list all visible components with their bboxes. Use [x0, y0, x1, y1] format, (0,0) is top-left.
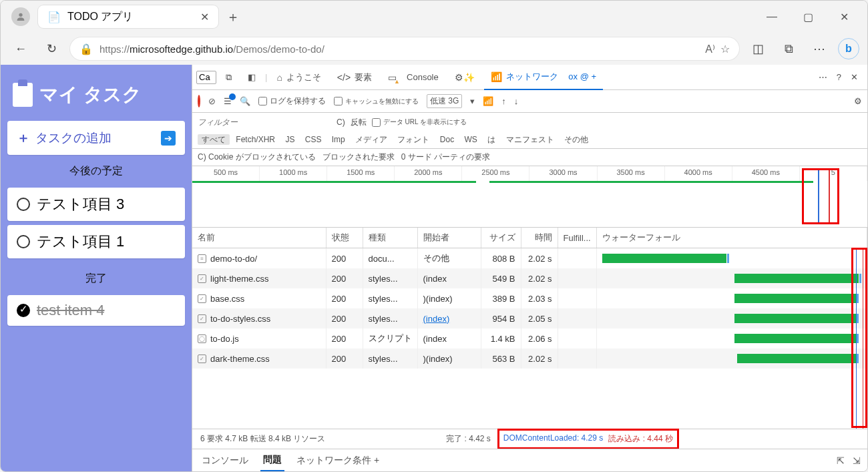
upcoming-label: 今後の予定 [7, 162, 185, 181]
network-table[interactable]: 名前 状態 種類 開始者 サイズ 時間 Fulfill... ウォーターフォール… [192, 228, 867, 429]
profile-avatar[interactable] [11, 7, 30, 26]
request-time: 2.02 s [521, 268, 558, 288]
task-text: テスト項目 3 [37, 194, 124, 214]
tab-welcome[interactable]: ⌂ようこそ [270, 65, 327, 90]
tab-close-icon[interactable]: ✕ [200, 11, 209, 23]
blocked-requests-filter[interactable]: ブロックされた要求 [322, 152, 395, 163]
clear-button[interactable]: ⊘ [208, 96, 216, 106]
drawer-console-tab[interactable]: コンソール [199, 451, 251, 471]
filter-type-pill[interactable]: マニフェスト [502, 134, 558, 145]
submit-task-button[interactable]: ➔ [161, 131, 176, 146]
request-initiator[interactable]: (index) [417, 308, 481, 328]
refresh-button[interactable]: ↻ [39, 37, 63, 61]
task-item[interactable]: テスト項目 1 [7, 225, 185, 258]
filter-type-pill[interactable]: Doc [436, 134, 458, 145]
dock-icon[interactable]: ◧ [241, 65, 262, 90]
invert-prefix: C) [337, 117, 345, 127]
tab-performance-icon[interactable]: ⚙✨ [448, 65, 481, 90]
task-checkbox[interactable] [17, 235, 30, 248]
invert-label[interactable]: 反転 [351, 117, 367, 128]
task-checkbox[interactable] [17, 304, 30, 317]
col-fulfill[interactable]: Fulfill... [558, 228, 596, 248]
browser-tab[interactable]: 📄 TODO アプリ ✕ [38, 5, 218, 28]
filter-type-pill[interactable]: Fetch/XHR [232, 134, 279, 145]
upload-har-icon[interactable]: ↑ [501, 96, 506, 106]
filter-type-pill[interactable]: WS [461, 134, 481, 145]
wifi-icon: 📶 [491, 71, 502, 82]
col-size[interactable]: サイズ [481, 228, 521, 248]
request-initiator[interactable]: その他 [417, 248, 481, 269]
close-window-button[interactable]: ✕ [834, 11, 854, 23]
maximize-button[interactable]: ▢ [798, 11, 818, 23]
filter-toggle-icon[interactable]: ☰ [224, 96, 232, 106]
wifi-throttle-icon[interactable]: 📶 [483, 96, 493, 106]
throttle-select[interactable]: 低速 3G [427, 94, 462, 108]
request-initiator[interactable]: (index [417, 268, 481, 288]
minimize-button[interactable]: ― [762, 11, 782, 23]
tab-network[interactable]: 📶ネットワーク ox @ + [484, 65, 603, 90]
filter-type-pill[interactable]: メディア [351, 134, 391, 145]
task-item[interactable]: test item 4 [7, 295, 185, 326]
network-settings-icon[interactable]: ⚙ [854, 96, 862, 106]
filter-type-pill[interactable]: その他 [560, 134, 592, 145]
search-icon[interactable]: 🔍 [240, 96, 250, 106]
tab-elements[interactable]: </>要素 [331, 65, 379, 90]
request-name: to-do-styles.css [210, 314, 270, 324]
add-task-input[interactable]: ＋ タスクの追加 ➔ [7, 121, 185, 155]
request-status: 200 [326, 248, 363, 269]
throttle-dropdown-icon[interactable]: ▾ [470, 96, 475, 106]
blocked-cookies-filter[interactable]: Cookie がブロックされている [208, 152, 316, 162]
task-text: test item 4 [37, 302, 104, 319]
back-button[interactable]: ← [9, 37, 33, 61]
col-status[interactable]: 状態 [326, 228, 363, 248]
more-icon[interactable]: ⋯ [807, 37, 831, 61]
toolbar: ← ↻ 🔒 https://microsoftedge.github.io/De… [1, 33, 867, 65]
request-initiator[interactable]: )(index) [417, 348, 481, 369]
drawer-netcond-tab[interactable]: ネットワーク条件 + [294, 451, 382, 471]
request-initiator[interactable]: (index [417, 328, 481, 348]
favorite-icon[interactable]: ☆ [720, 43, 730, 55]
request-status: 200 [326, 348, 363, 369]
filter-type-pill[interactable]: は [483, 134, 499, 145]
hide-data-urls-checkbox[interactable]: データ URL を非表示にする [372, 117, 467, 127]
filter-type-pill[interactable]: CSS [301, 134, 326, 145]
tab-favicon: 📄 [47, 11, 61, 23]
window-controls: ― ▢ ✕ [762, 11, 862, 23]
preserve-log-checkbox[interactable]: ログを保持する [258, 95, 326, 107]
more-tabs-icon[interactable]: ⋯ [819, 72, 827, 82]
record-button[interactable] [198, 96, 200, 106]
network-timeline[interactable]: 500 ms1000 ms1500 ms2000 ms2500 ms3000 m… [192, 166, 867, 228]
drawer-issues-tab[interactable]: 問題 [260, 450, 284, 471]
file-type-icon: ✓ [198, 355, 206, 363]
task-item[interactable]: テスト項目 3 [7, 188, 185, 221]
col-time[interactable]: 時間 [521, 228, 558, 248]
help-icon[interactable]: ? [837, 72, 841, 82]
third-party-filter[interactable]: サード パーティの要求 [408, 152, 490, 162]
selector-input[interactable] [196, 71, 216, 84]
download-har-icon[interactable]: ↓ [514, 96, 519, 106]
drawer-dock-icon[interactable]: ⇲ [853, 455, 861, 466]
close-devtools-icon[interactable]: ✕ [851, 72, 858, 82]
disable-cache-checkbox[interactable]: キャッシュを無効にする [334, 97, 419, 106]
request-type: styles... [363, 348, 417, 369]
collections-icon[interactable]: ⧉ [777, 37, 801, 61]
filter-type-pill[interactable]: フォント [393, 134, 433, 145]
filter-input[interactable] [198, 115, 331, 129]
request-initiator[interactable]: )(index) [417, 288, 481, 308]
address-bar[interactable]: 🔒 https://microsoftedge.github.io/Demos/… [70, 37, 739, 60]
col-type[interactable]: 種類 [363, 228, 417, 248]
filter-type-pill[interactable]: Imp [328, 134, 349, 145]
bing-button[interactable]: b [838, 38, 859, 59]
split-screen-icon[interactable]: ◫ [746, 37, 770, 61]
device-toggle-icon[interactable]: ⧉ [219, 65, 238, 90]
tab-console[interactable]: ▭▲Console [381, 65, 445, 90]
drawer-expand-icon[interactable]: ⇱ [837, 455, 845, 466]
filter-type-pill[interactable]: JS [281, 134, 298, 145]
new-tab-button[interactable]: ＋ [226, 8, 240, 26]
col-initiator[interactable]: 開始者 [417, 228, 481, 248]
filter-type-pill[interactable]: すべて [198, 134, 230, 145]
read-aloud-icon[interactable]: A⁾ [705, 43, 715, 55]
task-checkbox[interactable] [17, 198, 30, 211]
col-name[interactable]: 名前 [192, 228, 326, 248]
col-waterfall[interactable]: ウォーターフォール [596, 228, 867, 248]
